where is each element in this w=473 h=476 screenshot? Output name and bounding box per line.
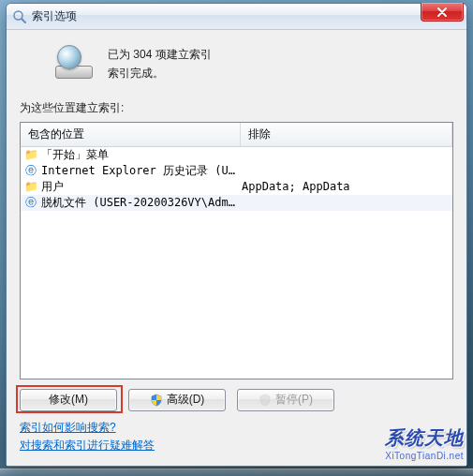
list-item[interactable]: ⓔ 脱机文件 (USER-20200326VY\Admin...: [21, 195, 452, 211]
svg-line-1: [22, 19, 25, 22]
titlebar[interactable]: 索引选项: [7, 4, 466, 30]
column-exclude[interactable]: 排除: [241, 123, 452, 146]
status-row: 已为 304 项建立索引 索引完成。: [53, 43, 453, 83]
shield-icon: [150, 394, 163, 407]
listview-body[interactable]: 📁 「开始」菜单 ⓔ Internet Explorer 历史记录 (USE..…: [21, 147, 452, 379]
folder-icon: 📁: [23, 147, 38, 162]
list-item-label: Internet Explorer 历史记录 (USE...: [41, 163, 242, 179]
taskbar: [0, 469, 473, 476]
watermark: 系统天地 XiTongTianDi.net: [385, 425, 464, 461]
folder-icon: 📁: [23, 179, 38, 194]
watermark-url: XiTongTianDi.net: [385, 451, 464, 461]
list-item-exclude: AppData; AppData: [242, 180, 452, 193]
button-label: 高级(D): [167, 392, 205, 408]
ie-icon: ⓔ: [23, 163, 38, 178]
locations-label: 为这些位置建立索引:: [20, 100, 453, 116]
button-label: 修改(M): [49, 392, 88, 408]
client-area: 已为 304 项建立索引 索引完成。 为这些位置建立索引: 包含的位置 排除 📁…: [7, 30, 466, 466]
search-icon: [12, 9, 27, 24]
list-item[interactable]: 📁 用户 AppData; AppData: [21, 179, 452, 195]
watermark-title: 系统天地: [385, 425, 464, 451]
column-included[interactable]: 包含的位置: [21, 123, 241, 146]
button-row: 修改(M) 高级(D) 暂停(P): [20, 389, 453, 411]
link-troubleshoot[interactable]: 对搜索和索引进行疑难解答: [20, 439, 155, 452]
list-item[interactable]: 📁 「开始」菜单: [21, 147, 452, 163]
status-text: 已为 304 项建立索引 索引完成。: [108, 43, 212, 83]
shield-icon: [259, 394, 272, 407]
window-title: 索引选项: [32, 8, 77, 24]
close-button[interactable]: [421, 3, 464, 22]
button-label: 暂停(P): [275, 392, 313, 408]
list-item-label: 用户: [41, 179, 242, 195]
advanced-button[interactable]: 高级(D): [128, 389, 226, 411]
ie-icon: ⓔ: [23, 195, 38, 210]
list-item-label: 脱机文件 (USER-20200326VY\Admin...: [41, 195, 242, 211]
list-item-label: 「开始」菜单: [41, 147, 242, 163]
link-how-affects-search[interactable]: 索引如何影响搜索?: [20, 421, 116, 434]
pause-button: 暂停(P): [237, 389, 334, 411]
list-item[interactable]: ⓔ Internet Explorer 历史记录 (USE...: [21, 163, 452, 179]
modify-button[interactable]: 修改(M): [20, 389, 117, 411]
indexing-options-window: 索引选项 已为 304 项建立索引 索引完成。 为这些位置建立索引: 包含的位置…: [6, 3, 467, 467]
index-drive-icon: [53, 43, 95, 81]
locations-listview[interactable]: 包含的位置 排除 📁 「开始」菜单 ⓔ Internet Explorer 历史…: [20, 122, 453, 379]
status-line-1: 已为 304 项建立索引: [108, 45, 212, 64]
status-line-2: 索引完成。: [108, 64, 212, 82]
listview-header[interactable]: 包含的位置 排除: [21, 123, 452, 147]
